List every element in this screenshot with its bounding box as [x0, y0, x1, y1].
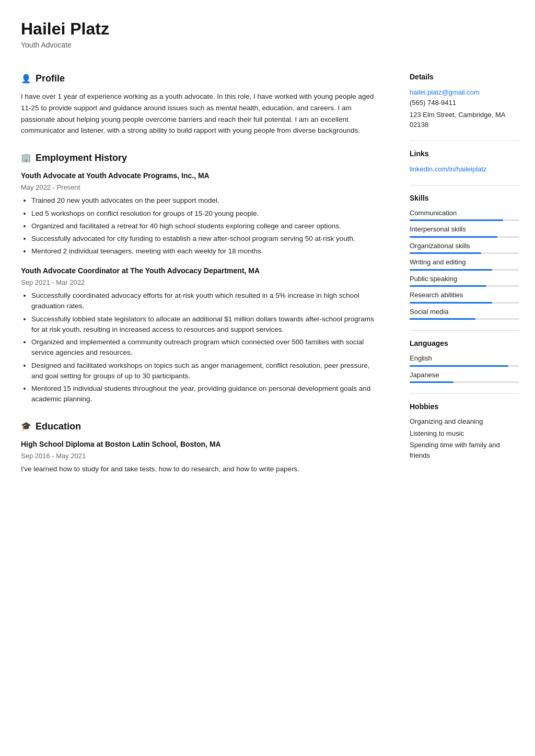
skill-bar-fill — [410, 252, 481, 254]
job-date: Sep 2021 - Mar 2022 — [21, 277, 378, 288]
skill-item: Communication — [410, 208, 519, 222]
skill-bar-background — [410, 318, 519, 320]
job-entry: Youth Advocate at Youth Advocate Program… — [21, 170, 378, 257]
list-item: Led 5 workshops on conflict resolution f… — [31, 208, 378, 219]
candidate-title: Youth Advocate — [21, 40, 514, 51]
skill-bar-background — [410, 236, 519, 238]
skill-name: Interpersonal skills — [410, 224, 519, 235]
linkedin-link[interactable]: linkedin.com/in/haileiplatz — [410, 165, 486, 173]
skills-list: CommunicationInterpersonal skillsOrganiz… — [410, 208, 519, 320]
links-title: Links — [410, 148, 519, 159]
skill-item: Writing and editing — [410, 257, 519, 271]
header: Hailei Platz Youth Advocate — [0, 0, 535, 61]
details-section: Details hailei.platz@gmail.com (565) 748… — [410, 72, 519, 130]
education-section: 🎓 Education High School Diploma at Bosto… — [21, 420, 378, 475]
profile-icon: 👤 — [21, 73, 31, 85]
divider-1 — [410, 141, 519, 141]
edu-title: High School Diploma at Boston Latin Scho… — [21, 439, 378, 450]
skill-bar-fill — [410, 236, 497, 238]
address: 123 Elm Street, Cambridge, MA 02138 — [410, 110, 519, 130]
skill-name: Communication — [410, 208, 519, 218]
list-item: Organized and facilitated a retreat for … — [31, 221, 378, 231]
language-bar-background — [410, 365, 519, 367]
list-item: Organized and implemented a community ou… — [31, 337, 378, 358]
divider-2 — [410, 185, 519, 185]
skill-item: Organizational skills — [410, 241, 519, 254]
content-area: 👤 Profile I have over 1 year of experien… — [0, 61, 535, 756]
candidate-name: Hailei Platz — [21, 19, 514, 39]
edu-date: Sep 2016 - May 2021 — [21, 451, 378, 461]
hobbies-title: Hobbies — [410, 401, 519, 412]
skill-bar-fill — [410, 318, 475, 320]
job-bullets: Successfully coordinated advocacy effort… — [21, 290, 378, 405]
employment-section-title: 🏢 Employment History — [21, 151, 378, 165]
hobby-item: Organizing and cleaning — [410, 416, 519, 427]
skill-bar-background — [410, 252, 519, 254]
edu-description: I've learned how to study for and take t… — [21, 464, 378, 474]
divider-3 — [410, 330, 519, 331]
language-item: Japanese — [410, 370, 519, 383]
skill-bar-fill — [410, 269, 492, 271]
hobby-item: Listening to music — [410, 428, 519, 439]
education-section-title: 🎓 Education — [21, 420, 378, 434]
profile-section: 👤 Profile I have over 1 year of experien… — [21, 72, 378, 136]
divider-4 — [410, 393, 519, 394]
job-title: Youth Advocate at Youth Advocate Program… — [21, 170, 378, 181]
sidebar: Details hailei.platz@gmail.com (565) 748… — [399, 61, 535, 756]
hobbies-list: Organizing and cleaningListening to musi… — [410, 416, 519, 460]
skill-bar-background — [410, 302, 519, 304]
language-bar-fill — [410, 365, 508, 367]
list-item: Successfully coordinated advocacy effort… — [31, 290, 378, 312]
skill-name: Organizational skills — [410, 241, 519, 251]
education-icon: 🎓 — [21, 420, 31, 433]
links-section: Links linkedin.com/in/haileiplatz — [410, 148, 519, 175]
skill-bar-background — [410, 219, 519, 221]
resume-page: Hailei Platz Youth Advocate 👤 Profile I … — [0, 0, 535, 756]
job-date: May 2022 - Present — [21, 182, 378, 193]
job-title: Youth Advocate Coordinator at The Youth … — [21, 265, 378, 276]
languages-section: Languages EnglishJapanese — [410, 338, 519, 383]
skill-item: Research abilities — [410, 290, 519, 304]
details-title: Details — [410, 72, 519, 83]
skill-bar-background — [410, 285, 519, 287]
skills-section: Skills CommunicationInterpersonal skills… — [410, 193, 519, 320]
languages-title: Languages — [410, 338, 519, 349]
education-entries: High School Diploma at Boston Latin Scho… — [21, 439, 378, 475]
skill-name: Research abilities — [410, 290, 519, 300]
skill-bar-background — [410, 269, 519, 271]
education-entry: High School Diploma at Boston Latin Scho… — [21, 439, 378, 475]
language-name: Japanese — [410, 370, 519, 380]
skill-name: Writing and editing — [410, 257, 519, 267]
job-bullets: Trained 20 new youth advocates on the pe… — [21, 195, 378, 257]
skills-title: Skills — [410, 193, 519, 204]
skill-item: Social media — [410, 307, 519, 320]
employment-jobs: Youth Advocate at Youth Advocate Program… — [21, 170, 378, 405]
list-item: Designed and facilitated workshops on to… — [31, 360, 378, 382]
list-item: Trained 20 new youth advocates on the pe… — [31, 195, 378, 206]
language-item: English — [410, 353, 519, 367]
list-item: Mentored 15 individual students througho… — [31, 383, 378, 405]
skill-name: Public speaking — [410, 274, 519, 284]
skill-item: Interpersonal skills — [410, 224, 519, 238]
language-name: English — [410, 353, 519, 364]
job-entry: Youth Advocate Coordinator at The Youth … — [21, 265, 378, 405]
list-item: Successfully lobbied state legislators t… — [31, 314, 378, 335]
hobbies-section: Hobbies Organizing and cleaningListening… — [410, 401, 519, 460]
language-bar-fill — [410, 381, 453, 383]
email-link[interactable]: hailei.platz@gmail.com — [410, 88, 480, 96]
employment-section: 🏢 Employment History Youth Advocate at Y… — [21, 151, 378, 405]
profile-section-title: 👤 Profile — [21, 72, 378, 86]
profile-text: I have over 1 year of experience working… — [21, 91, 378, 136]
skill-bar-fill — [410, 302, 492, 304]
main-content: 👤 Profile I have over 1 year of experien… — [0, 61, 399, 756]
list-item: Successfully advocated for city funding … — [31, 234, 378, 244]
list-item: Mentored 2 individual teenagers, meeting… — [31, 246, 378, 257]
languages-list: EnglishJapanese — [410, 353, 519, 383]
skill-bar-fill — [410, 285, 486, 287]
employment-icon: 🏢 — [21, 152, 31, 164]
skill-item: Public speaking — [410, 274, 519, 287]
skill-bar-fill — [410, 219, 503, 221]
hobby-item: Spending time with family and friends — [410, 440, 519, 460]
phone: (565) 748-9411 — [410, 98, 519, 108]
skill-name: Social media — [410, 307, 519, 317]
